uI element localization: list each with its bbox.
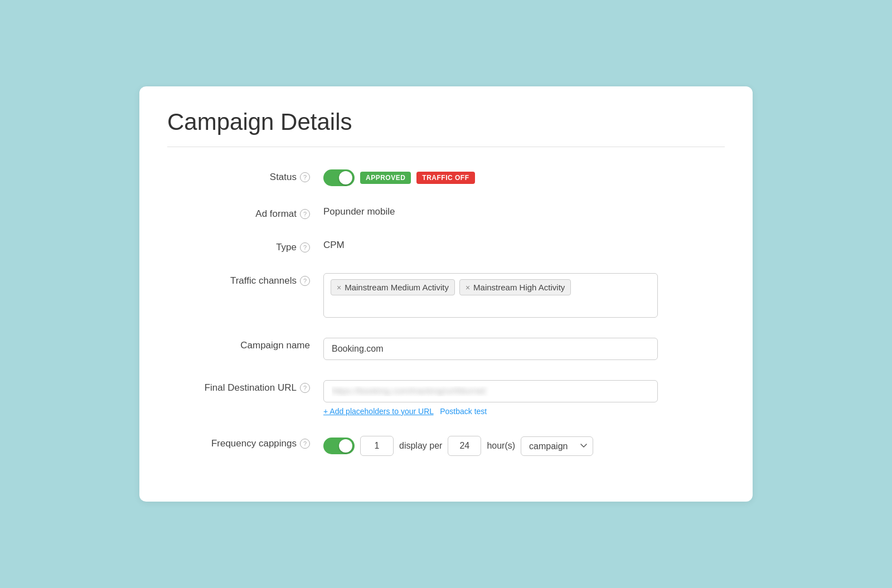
freq-cappings-row: Frequency cappings ? display per hour(s)…	[167, 434, 725, 456]
tag-mainstream-high: × Mainstream High Activity	[459, 279, 571, 295]
freq-cappings-label: Frequency cappings ?	[167, 434, 323, 449]
campaign-name-input[interactable]	[323, 338, 658, 360]
type-row: Type ? CPM	[167, 237, 725, 253]
freq-cap-scope-select[interactable]: campaign banner	[521, 436, 593, 456]
final-url-value: + Add placeholders to your URL Postback …	[323, 378, 725, 416]
url-section: + Add placeholders to your URL Postback …	[323, 380, 658, 416]
campaign-name-value	[323, 336, 725, 360]
ad-format-help-icon[interactable]: ?	[300, 209, 310, 219]
freq-cap-hours-input[interactable]	[448, 436, 481, 456]
freq-row: display per hour(s) campaign banner	[323, 436, 593, 456]
traffic-channels-value: × Mainstream Medium Activity × Mainstrea…	[323, 271, 725, 318]
campaign-details-card: Campaign Details Status ? APPROVED TRAFF…	[139, 86, 753, 502]
status-value: APPROVED TRAFFIC OFF	[323, 167, 725, 186]
traffic-off-badge: TRAFFIC OFF	[416, 172, 474, 184]
traffic-channels-row: Traffic channels ? × Mainstream Medium A…	[167, 271, 725, 318]
tag-mainstream-medium: × Mainstream Medium Activity	[331, 279, 455, 295]
type-value: CPM	[323, 237, 725, 251]
add-placeholders-link[interactable]: + Add placeholders to your URL	[323, 407, 434, 416]
url-links: + Add placeholders to your URL Postback …	[323, 407, 658, 416]
status-row: Status ? APPROVED TRAFFIC OFF	[167, 167, 725, 186]
ad-format-row: Ad format ? Popunder mobile	[167, 204, 725, 220]
status-toggle[interactable]	[323, 169, 355, 186]
freq-cap-per-label: display per	[399, 441, 442, 451]
campaign-name-row: Campaign name	[167, 336, 725, 360]
freq-cap-help-icon[interactable]: ?	[300, 439, 310, 449]
divider	[167, 147, 725, 147]
approved-badge: APPROVED	[360, 172, 411, 184]
type-label: Type ?	[167, 237, 323, 253]
final-url-help-icon[interactable]: ?	[300, 383, 310, 393]
traffic-channels-label: Traffic channels ?	[167, 271, 323, 286]
freq-cap-hours-label: hour(s)	[487, 441, 515, 451]
tag-close-high[interactable]: ×	[466, 283, 470, 292]
tag-close-medium[interactable]: ×	[337, 283, 341, 292]
status-label: Status ?	[167, 167, 323, 183]
status-help-icon[interactable]: ?	[300, 172, 310, 182]
final-url-row: Final Destination URL ? + Add placeholde…	[167, 378, 725, 416]
ad-format-value: Popunder mobile	[323, 204, 725, 217]
freq-cap-toggle[interactable]	[323, 438, 355, 454]
campaign-name-label: Campaign name	[167, 336, 323, 351]
final-url-label: Final Destination URL ?	[167, 378, 323, 393]
page-title: Campaign Details	[167, 109, 725, 135]
final-url-input[interactable]	[323, 380, 658, 402]
freq-cappings-value: display per hour(s) campaign banner	[323, 434, 725, 456]
ad-format-label: Ad format ?	[167, 204, 323, 220]
traffic-channels-multiselect[interactable]: × Mainstream Medium Activity × Mainstrea…	[323, 273, 658, 318]
traffic-channels-help-icon[interactable]: ?	[300, 276, 310, 286]
postback-test-link[interactable]: Postback test	[440, 407, 487, 416]
freq-cap-count-input[interactable]	[360, 436, 394, 456]
type-help-icon[interactable]: ?	[300, 242, 310, 252]
